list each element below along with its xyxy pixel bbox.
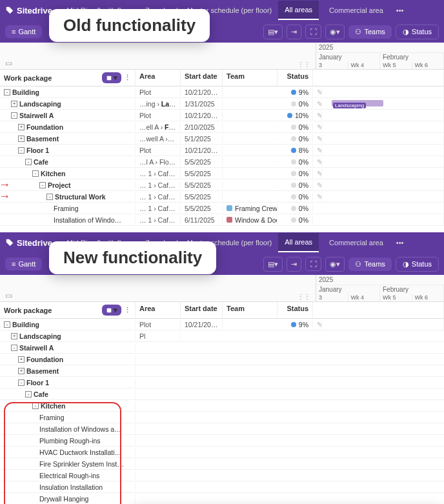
gantt-cell[interactable]	[322, 110, 444, 121]
col-area[interactable]: Area	[136, 302, 181, 318]
tree-toggle-icon[interactable]: -	[11, 345, 17, 351]
tree-toggle-icon[interactable]: +	[18, 136, 25, 142]
table-row[interactable]: Drywall Hanging	[0, 493, 444, 504]
table-row[interactable]: -Floor 1	[0, 377, 444, 388]
drag-handle-icon[interactable]: ⋮⋮	[298, 61, 310, 68]
gantt-cell[interactable]	[322, 179, 444, 190]
edit-pen-icon[interactable]	[313, 208, 322, 209]
tree-toggle-icon[interactable]: -	[32, 170, 39, 177]
gantt-cell[interactable]: Landscaping	[322, 98, 444, 109]
align-button[interactable]: ⇥	[287, 257, 301, 272]
table-row[interactable]: Installation of Windows a…	[0, 423, 444, 435]
table-row[interactable]: +Basement…well A › Basement5/1/20250%✎	[0, 133, 444, 145]
column-menu-icon[interactable]: ⋮	[124, 306, 131, 314]
tree-toggle-icon[interactable]: +	[11, 333, 17, 339]
table-row[interactable]: -BuildingPlot10/21/20249%✎	[0, 86, 444, 98]
table-row[interactable]: Plumbing Rough-ins	[0, 435, 444, 447]
teams-button[interactable]: ⚇ Teams	[348, 25, 391, 39]
edit-pen-icon[interactable]: ✎	[313, 181, 322, 190]
tree-toggle-icon[interactable]: -	[39, 182, 46, 188]
table-row[interactable]: -Cafe	[0, 388, 444, 400]
table-row[interactable]: -Stairwell A	[0, 342, 444, 354]
tree-toggle-icon[interactable]: -	[25, 391, 32, 398]
gantt-cell[interactable]	[322, 121, 444, 132]
gantt-cell[interactable]	[322, 203, 444, 214]
table-row[interactable]: Installation of Windo…… 1 › Cafe › Kitch…	[0, 214, 444, 226]
tab-all-areas[interactable]: All areas	[278, 1, 319, 20]
drag-handle-icon[interactable]: ⋮⋮	[298, 293, 310, 300]
teams-button[interactable]: ⚇ Teams	[348, 257, 391, 271]
tree-toggle-icon[interactable]: -	[25, 159, 32, 165]
col-workpackage[interactable]: Work package	[4, 74, 52, 82]
collapse-all-icon[interactable]: ▭	[5, 291, 12, 300]
col-status[interactable]: Status	[278, 302, 313, 318]
gantt-cell[interactable]	[322, 168, 444, 179]
tree-toggle-icon[interactable]: -	[11, 112, 17, 119]
gantt-cell[interactable]	[322, 86, 444, 97]
expand-button[interactable]: ⛶	[305, 25, 321, 39]
table-row[interactable]: Electrical Rough-ins	[0, 470, 444, 481]
tree-toggle-icon[interactable]: +	[11, 101, 17, 107]
col-startdate[interactable]: Start date	[181, 70, 223, 86]
col-startdate[interactable]: Start date	[181, 302, 223, 318]
tree-toggle-icon[interactable]: -	[32, 403, 39, 409]
col-team[interactable]: Team	[223, 302, 278, 318]
status-button[interactable]: ◑ Status	[396, 257, 439, 272]
gantt-button[interactable]: ≡ Gantt	[5, 257, 42, 270]
edit-pen-icon[interactable]: ✎	[313, 134, 322, 143]
tree-toggle-icon[interactable]: -	[18, 379, 25, 386]
expand-button[interactable]: ⛶	[305, 257, 321, 271]
table-row[interactable]: Insulation Installation	[0, 481, 444, 493]
column-menu-icon[interactable]: ⋮	[124, 74, 131, 82]
edit-pen-icon[interactable]: ✎	[313, 123, 322, 132]
table-row[interactable]: -Kitchen… 1 › Cafe › Kitchen5/5/20250%✎	[0, 168, 444, 179]
gantt-cell[interactable]	[322, 156, 444, 167]
more-tabs-icon[interactable]: •••	[394, 239, 407, 247]
gantt-cell[interactable]	[322, 319, 444, 330]
table-row[interactable]: -Kitchen	[0, 400, 444, 412]
layers-button[interactable]: ▤▾	[263, 257, 283, 272]
edit-pen-icon[interactable]: ✎	[313, 88, 322, 97]
visibility-button[interactable]: ◉▾	[325, 25, 345, 39]
edit-pen-icon[interactable]: ✎	[313, 169, 322, 178]
table-row[interactable]: -Cafe…l A › Floor 1 › Cafe5/5/20250%✎	[0, 156, 444, 168]
edit-pen-icon[interactable]: ✎	[313, 111, 322, 120]
edit-pen-icon[interactable]: ✎	[313, 320, 322, 329]
col-team[interactable]: Team	[223, 70, 278, 86]
tab-commercial[interactable]: Commercial area	[323, 1, 390, 19]
table-row[interactable]: -Project… 1 › Cafe › Kitchen5/5/20250%✎	[0, 179, 444, 191]
table-row[interactable]: -Stairwell APlot10/21/202410%✎	[0, 110, 444, 121]
table-row[interactable]: +Foundation…ell A › Foundation2/10/20250…	[0, 121, 444, 133]
gantt-button[interactable]: ≡ Gantt	[5, 25, 42, 38]
visibility-button[interactable]: ◉▾	[325, 257, 345, 272]
gantt-cell[interactable]	[322, 214, 444, 225]
align-button[interactable]: ⇥	[287, 25, 301, 39]
more-tabs-icon[interactable]: •••	[394, 6, 407, 14]
table-row[interactable]: +Foundation	[0, 354, 444, 365]
table-row[interactable]: -Floor 1Plot10/21/20248%✎	[0, 145, 444, 156]
table-row[interactable]: +Landscaping…ing › Landscaping1/31/20250…	[0, 98, 444, 110]
table-row[interactable]: Framing… 1 › Cafe › Kitchen5/5/2025Frami…	[0, 203, 444, 214]
edit-pen-icon[interactable]: ✎	[313, 192, 322, 201]
edit-pen-icon[interactable]	[313, 219, 322, 221]
table-row[interactable]: +Basement	[0, 365, 444, 377]
collapse-all-icon[interactable]: ▭	[5, 59, 12, 68]
tab-commercial[interactable]: Commercial area	[323, 234, 390, 252]
tree-toggle-icon[interactable]: +	[18, 368, 25, 374]
gantt-cell[interactable]	[322, 191, 444, 202]
gantt-cell[interactable]	[322, 133, 444, 144]
table-row[interactable]: -Structural Work… 1 › Cafe › Kitchen5/5/…	[0, 191, 444, 203]
tab-all-areas[interactable]: All areas	[278, 233, 319, 252]
edit-pen-icon[interactable]: ✎	[313, 146, 322, 155]
col-workpackage[interactable]: Work package	[4, 307, 52, 314]
edit-pen-icon[interactable]: ✎	[313, 157, 322, 166]
status-button[interactable]: ◑ Status	[396, 25, 439, 39]
table-row[interactable]: +LandscapingPl	[0, 330, 444, 342]
layers-button[interactable]: ▤▾	[263, 25, 283, 39]
gantt-cell[interactable]	[322, 145, 444, 156]
table-row[interactable]: -BuildingPlot10/21/20249%✎	[0, 319, 444, 330]
tree-toggle-icon[interactable]: -	[46, 194, 53, 200]
table-row[interactable]: Framing	[0, 412, 444, 423]
tree-toggle-icon[interactable]: -	[18, 147, 25, 154]
col-area[interactable]: Area	[136, 70, 181, 86]
